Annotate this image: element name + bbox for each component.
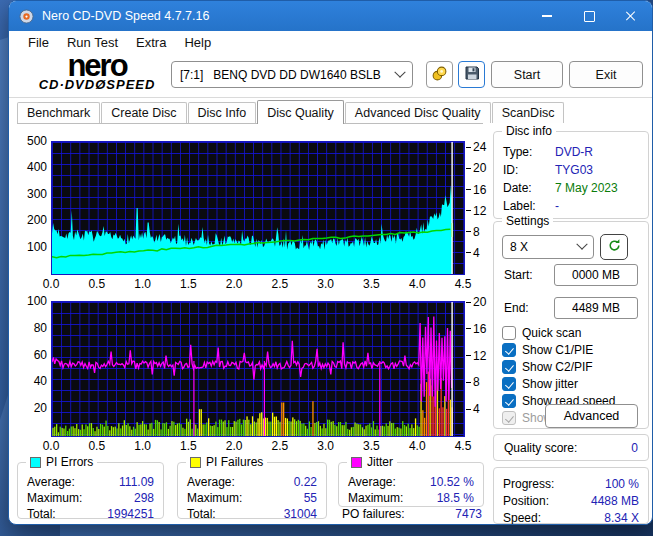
drive-select[interactable]: [7:1] BENQ DVD DD DW1640 BSLB [171, 61, 413, 88]
end-input[interactable] [554, 297, 638, 319]
po-failures-value: 7473 [455, 507, 482, 521]
checkbox-show-c1-pie[interactable]: Show C1/PIE [502, 342, 593, 358]
chevron-down-icon [576, 239, 587, 250]
axis-label-text: 16 [473, 183, 486, 197]
axis-label-text: 4 [473, 246, 480, 260]
chevron-down-icon [394, 66, 405, 77]
jitter-swatch [351, 457, 362, 468]
stat-value: 1994251 [107, 507, 154, 521]
options-button[interactable] [426, 61, 453, 88]
axis-label: 300 [13, 187, 47, 201]
menu-item-file[interactable]: File [19, 32, 58, 53]
tab-benchmark[interactable]: Benchmark [17, 102, 100, 123]
drive-select-value: [7:1] BENQ DVD DD DW1640 BSLB [180, 68, 396, 82]
scan-speed-select[interactable]: 8 X [502, 235, 594, 259]
axis-tick [466, 210, 471, 211]
checkbox-quick-scan[interactable]: Quick scan [502, 325, 581, 341]
refresh-button[interactable] [600, 234, 628, 260]
axis-label: 400 [13, 160, 47, 174]
axis-label: 24 [466, 140, 496, 154]
checkbox-icon [502, 360, 516, 374]
app-window: Nero CD-DVD Speed 4.7.7.16 FileRun TestE… [8, 0, 653, 525]
pi-errors-title: PI Errors [46, 455, 93, 469]
axis-label-text: 4.5 [455, 439, 472, 453]
axis-label: 4.5 [447, 277, 479, 291]
disc-info-value: DVD-R [555, 145, 593, 159]
disc-info-label: Type: [503, 145, 532, 159]
minimize-icon [542, 15, 552, 16]
progress-value: 100 % [605, 477, 639, 491]
title-bar: Nero CD-DVD Speed 4.7.7.16 [9, 1, 652, 31]
save-button[interactable] [458, 61, 485, 88]
axis-label: 2.5 [264, 277, 296, 291]
axis-label: 12 [466, 349, 496, 363]
axis-label-text: 100 [27, 240, 47, 254]
app-icon [19, 9, 34, 24]
start-input[interactable] [554, 264, 638, 286]
axis-label-text: 3.0 [317, 439, 334, 453]
pi-failures-jitter-chart [51, 301, 465, 437]
tab-strip: BenchmarkCreate DiscDisc InfoDisc Qualit… [17, 102, 483, 124]
axis-label-text: 80 [34, 321, 47, 335]
checkbox-show-jitter[interactable]: Show jitter [502, 376, 578, 392]
close-icon [625, 10, 637, 22]
axis-tick [466, 409, 471, 410]
axis-label: 4.5 [447, 439, 479, 453]
axis-label: 1.0 [127, 277, 159, 291]
axis-label: 1.5 [172, 439, 204, 453]
checkbox-show-c2-pif[interactable]: Show C2/PIF [502, 359, 593, 375]
checkbox-label: Show C2/PIF [522, 360, 593, 374]
stat-value: 55 [304, 491, 317, 505]
axis-label: 4 [466, 246, 496, 260]
axis-label-text: 3.0 [317, 277, 334, 291]
stat-label: Maximum: [27, 491, 82, 505]
stat-label: Total: [27, 507, 56, 521]
disc-info-value: TYG03 [555, 163, 593, 177]
nero-logo: nero CD·DVDØSPEED [23, 54, 171, 96]
axis-label-text: 500 [27, 134, 47, 148]
axis-label: 4.0 [401, 277, 433, 291]
tab-scandisc[interactable]: ScanDisc [492, 102, 565, 123]
tab-create-disc[interactable]: Create Disc [101, 102, 186, 123]
axis-label-text: 4.0 [409, 277, 426, 291]
minimize-button[interactable] [526, 1, 568, 31]
menu-item-help[interactable]: Help [175, 32, 220, 53]
stat-value: 298 [134, 491, 154, 505]
axis-label: 0.0 [35, 277, 67, 291]
tab-disc-info[interactable]: Disc Info [188, 102, 257, 123]
stat-row: Total:31004 [187, 507, 317, 522]
start-button[interactable]: Start [491, 61, 563, 88]
progress-row: Position:4488 MB [503, 494, 639, 509]
checkbox-icon [502, 411, 516, 425]
exit-button[interactable]: Exit [569, 61, 643, 88]
axis-label: 80 [13, 321, 47, 335]
axis-label: 3.0 [310, 439, 342, 453]
maximize-button[interactable] [568, 1, 610, 31]
axis-label-text: 100 [27, 294, 47, 308]
tab-disc-quality[interactable]: Disc Quality [257, 100, 344, 124]
axis-label: 200 [13, 213, 47, 227]
advanced-button[interactable]: Advanced [545, 404, 638, 428]
pi-failures-swatch [190, 457, 201, 468]
axis-label-text: 0.5 [88, 277, 105, 291]
axis-label: 8 [466, 375, 496, 389]
axis-tick [466, 252, 471, 253]
progress-label: Progress: [503, 477, 554, 491]
axis-label: 12 [466, 204, 496, 218]
axis-label: 3.5 [355, 439, 387, 453]
checkbox-icon [502, 343, 516, 357]
axis-label-text: 1.0 [134, 439, 151, 453]
close-button[interactable] [610, 1, 652, 31]
disc-info-row: Type:DVD-R [503, 145, 639, 160]
axis-label-text: 16 [473, 322, 486, 336]
progress-row: Speed:8.34 X [503, 511, 639, 525]
axis-label-text: 300 [27, 187, 47, 201]
axis-label-text: 400 [27, 160, 47, 174]
axis-tick [466, 382, 471, 383]
disc-info-label: Label: [503, 199, 536, 213]
tab-advanced-disc-quality[interactable]: Advanced Disc Quality [345, 102, 491, 123]
axis-label-text: 200 [27, 213, 47, 227]
axis-label-text: 20 [34, 401, 47, 415]
menu-item-extra[interactable]: Extra [127, 32, 175, 53]
axis-label-text: 8 [473, 225, 480, 239]
